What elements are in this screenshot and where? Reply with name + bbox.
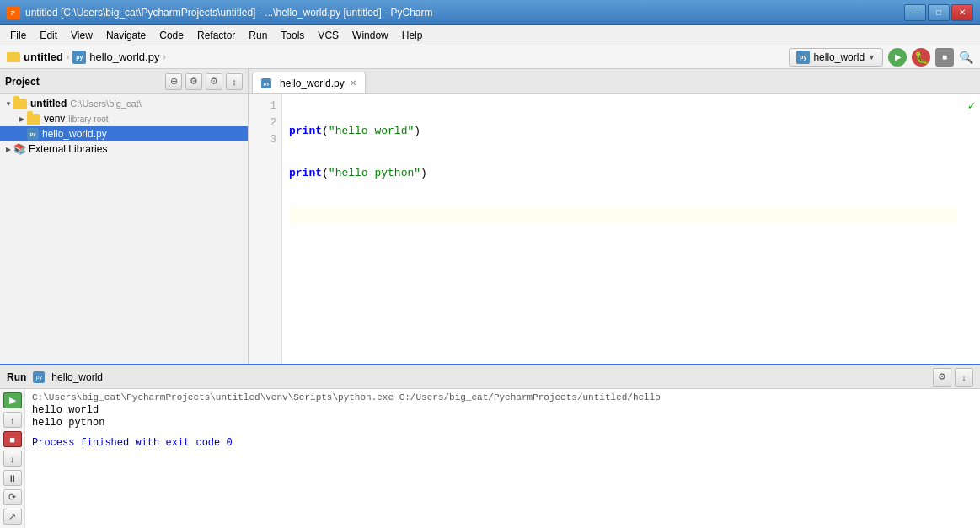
debug-button[interactable]: 🐛 [912, 48, 930, 67]
run-out-hello-world: hello world [32, 404, 973, 416]
run-play-btn[interactable]: ▶ [3, 392, 22, 408]
py-file-icon-breadcrumb: py [72, 51, 86, 64]
breadcrumb-sep2: › [163, 52, 165, 61]
run-left-toolbar: ▶ ↑ ■ ↓ ⏸ ⟳ ↗ [0, 389, 25, 528]
tree-arrow-untitled [3, 100, 13, 108]
stop-button[interactable]: ■ [935, 48, 954, 67]
menu-run[interactable]: Run [242, 28, 274, 43]
run-panel: Run py hello_world ⚙ ↓ ▶ ↑ ■ ↓ ⏸ ⟳ ↗ C:\… [0, 364, 980, 528]
run-config-selector[interactable]: py hello_world ▼ [789, 48, 883, 67]
code-area[interactable]: print("hello world") print("hello python… [282, 94, 963, 364]
run-panel-toolbar: ⚙ ↓ [933, 368, 973, 387]
venv-badge: library root [68, 115, 108, 124]
sidebar-project-label: Project [5, 76, 40, 88]
folder-icon-venv [27, 114, 40, 125]
tree-label-hello-world: hello_world.py [42, 128, 107, 140]
dropdown-icon: ▼ [868, 53, 876, 61]
run-down-btn[interactable]: ↓ [3, 451, 22, 467]
menu-navigate[interactable]: Navigate [99, 28, 153, 43]
check-icon: ✓ [963, 98, 980, 115]
tree-arrow-ext-libs [3, 146, 13, 153]
run-spacer [32, 429, 973, 436]
tree-item-external-libs[interactable]: 📚 External Libraries [0, 141, 248, 157]
run-panel-header: Run py hello_world ⚙ ↓ [0, 365, 980, 389]
run-header-icon: py [33, 371, 45, 383]
tree-item-untitled[interactable]: untitled C:\Users\big_cat\ [0, 96, 248, 111]
sidebar: Project ⊕ ⚙ ⚙ ↕ untitled C:\Users\big_ca… [0, 69, 249, 364]
breadcrumb-bar: untitled › py hello_world.py › py hello_… [0, 45, 980, 69]
breadcrumb-sep1: › [67, 52, 69, 61]
run-panel-settings-btn[interactable]: ⚙ [933, 368, 951, 387]
window-title: untitled [C:\Users\big_cat\PycharmProjec… [25, 7, 904, 19]
menu-refactor[interactable]: Refactor [190, 28, 242, 43]
menu-help[interactable]: Help [395, 28, 430, 43]
menu-file[interactable]: File [3, 28, 33, 43]
maximize-button[interactable]: □ [928, 4, 950, 21]
tab-close-icon[interactable]: ✕ [350, 78, 356, 88]
run-main: ▶ ↑ ■ ↓ ⏸ ⟳ ↗ C:\Users\big_cat\PycharmPr… [0, 389, 980, 528]
search-icon[interactable]: 🔍 [959, 51, 973, 64]
svg-text:P: P [11, 10, 15, 16]
breadcrumb-file[interactable]: hello_world.py [89, 51, 159, 63]
main-area: Project ⊕ ⚙ ⚙ ↕ untitled C:\Users\big_ca… [0, 69, 980, 364]
run-rerun-btn[interactable]: ⟳ [3, 489, 22, 505]
run-panel-download-btn[interactable]: ↓ [955, 368, 973, 387]
sidebar-tree: untitled C:\Users\big_cat\ venv library … [0, 94, 248, 364]
tree-arrow-venv [17, 115, 27, 123]
menu-vcs[interactable]: VCS [311, 28, 345, 43]
line-num-1: 1 [249, 98, 281, 115]
sidebar-scope-btn[interactable]: ⊕ [165, 73, 182, 90]
editor-tab-hello-world[interactable]: py hello_world.py ✕ [252, 72, 366, 93]
run-up-btn[interactable]: ↑ [3, 412, 22, 428]
run-config-label: hello_world [813, 51, 865, 63]
run-pause-btn[interactable]: ⏸ [3, 470, 22, 486]
sidebar-settings-btn[interactable]: ⚙ [206, 73, 222, 90]
breadcrumb: untitled › py hello_world.py › [7, 51, 166, 64]
editor-pane: py hello_world.py ✕ 1 2 3 print("hello w… [249, 69, 980, 364]
tree-label-untitled: untitled [30, 98, 67, 109]
code-line-3 [289, 207, 956, 224]
line-numbers: 1 2 3 [249, 94, 282, 364]
tab-file-icon: py [261, 78, 271, 88]
tree-path-untitled: C:\Users\big_cat\ [70, 99, 141, 109]
app-icon: P [7, 6, 20, 19]
editor-tabs: py hello_world.py ✕ [249, 69, 980, 94]
menu-window[interactable]: Window [345, 28, 395, 43]
title-bar: P untitled [C:\Users\big_cat\PycharmProj… [0, 0, 980, 25]
py-file-icon-tree: py [27, 128, 39, 140]
ext-lib-icon: 📚 [13, 143, 25, 155]
minimize-button[interactable]: — [904, 4, 926, 21]
menu-code[interactable]: Code [153, 28, 190, 43]
tree-label-ext-libs: External Libraries [29, 143, 107, 155]
run-label: Run [7, 371, 26, 383]
run-config-name: hello_world [51, 371, 103, 383]
code-line-2: print("hello python") [289, 165, 956, 182]
run-button[interactable] [888, 48, 907, 67]
toolbar-right: py hello_world ▼ 🐛 ■ 🔍 [789, 48, 973, 67]
run-cmd-line: C:\Users\big_cat\PycharmProjects\untitle… [32, 392, 973, 403]
run-out-hello-python: hello python [32, 417, 973, 429]
sidebar-collapse-btn[interactable]: ↕ [226, 73, 243, 90]
window-controls: — □ ✕ [904, 4, 973, 21]
tree-item-venv[interactable]: venv library root [0, 111, 248, 126]
sidebar-gear-btn[interactable]: ⚙ [185, 73, 202, 90]
menu-view[interactable]: View [64, 28, 99, 43]
line-num-3: 3 [249, 131, 281, 148]
menu-tools[interactable]: Tools [274, 28, 311, 43]
sidebar-header: Project ⊕ ⚙ ⚙ ↕ [0, 69, 248, 94]
line-num-2: 2 [249, 115, 281, 131]
run-process-finished: Process finished with exit code 0 [32, 437, 973, 449]
run-output: C:\Users\big_cat\PycharmProjects\untitle… [25, 389, 980, 528]
tree-label-venv: venv [44, 113, 65, 125]
right-gutter: ✓ [963, 94, 980, 364]
editor-content[interactable]: 1 2 3 print("hello world") print("hello … [249, 94, 980, 364]
code-line-1: print("hello world") [289, 123, 956, 140]
tab-label: hello_world.py [280, 77, 345, 89]
run-stop-btn[interactable]: ■ [3, 431, 22, 447]
run-export-btn[interactable]: ↗ [3, 509, 22, 525]
menu-edit[interactable]: Edit [33, 28, 64, 43]
menu-bar: File Edit View Navigate Code Refactor Ru… [0, 25, 980, 45]
close-button[interactable]: ✕ [951, 4, 973, 21]
breadcrumb-project[interactable]: untitled [24, 51, 63, 63]
tree-item-hello-world[interactable]: py hello_world.py [0, 126, 248, 141]
